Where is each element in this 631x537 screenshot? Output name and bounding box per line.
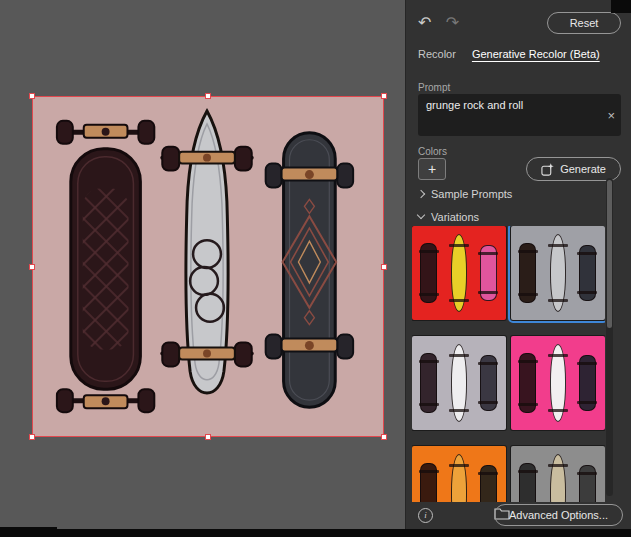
chevron-right-icon [417,190,425,198]
mini-pintail [550,234,567,311]
window-edge [611,0,631,13]
selection-handle[interactable] [205,434,211,440]
selection-handle[interactable] [381,434,387,440]
scrollbar[interactable] [606,178,613,496]
prompt-input[interactable]: grunge rock and roll × [418,94,621,136]
panel-footer: i Advanced Options... [418,504,625,526]
window-edge [0,527,57,537]
selection-handle[interactable] [381,264,387,270]
chevron-down-icon [417,211,425,219]
skateboard-artwork [33,97,383,436]
artboard[interactable] [32,96,384,437]
skateboard-right-graphic [266,133,353,407]
window-edge [0,529,631,537]
panel-header: ↶ ↷ Reset [418,12,621,36]
prompt-text: grunge rock and roll [426,99,523,111]
generate-button[interactable]: Generate [526,157,621,181]
pintail-middle-graphic [160,111,253,393]
selection-handle[interactable] [381,93,387,99]
mini-skateboard [579,465,596,502]
selection-handle[interactable] [205,93,211,99]
mini-pintail [451,344,468,421]
mini-pintail [451,234,468,311]
mini-skateboard [579,245,596,301]
mini-longboard [420,353,437,413]
illustrator-workspace: ↶ ↷ Reset Recolor Generative Recolor (Be… [0,0,631,537]
colors-label: Colors [418,146,447,157]
advanced-options-button[interactable]: Advanced Options... [494,504,623,526]
prompt-label: Prompt [418,82,450,93]
mini-longboard [519,243,536,303]
generate-label: Generate [560,163,606,175]
recolor-panel: ↶ ↷ Reset Recolor Generative Recolor (Be… [405,0,631,537]
variation-thumbnail[interactable] [511,446,605,502]
redo-icon[interactable]: ↷ [446,12,459,34]
tab-recolor[interactable]: Recolor [418,48,456,60]
mini-pintail [550,344,567,421]
variations-toggle[interactable]: Variations [418,211,601,223]
tab-bar: Recolor Generative Recolor (Beta) [418,48,621,60]
mini-skateboard [579,355,596,411]
mini-longboard [420,243,437,303]
mini-longboard [519,463,536,502]
reset-button[interactable]: Reset [547,12,621,34]
tab-generative-recolor[interactable]: Generative Recolor (Beta) [472,48,600,60]
mini-longboard [519,353,536,413]
selection-handle[interactable] [29,434,35,440]
sample-prompts-label: Sample Prompts [431,188,512,200]
variation-thumbnail[interactable] [511,226,605,320]
clear-prompt-icon[interactable]: × [607,109,615,122]
mini-skateboard [480,245,497,301]
variations-label: Variations [431,211,479,223]
selection-handle[interactable] [29,264,35,270]
mini-pintail [550,454,567,502]
sample-prompts-toggle[interactable]: Sample Prompts [418,188,601,200]
variation-thumbnail[interactable] [412,336,506,430]
variations-grid [412,226,605,502]
mini-skateboard [480,355,497,411]
mini-skateboard [480,465,497,502]
variation-thumbnail[interactable] [412,226,506,320]
scrollbar-thumb[interactable] [607,180,612,328]
generative-sparkle-icon [541,163,554,176]
mini-pintail [451,454,468,502]
selection-handle[interactable] [29,93,35,99]
variation-thumbnail[interactable] [412,446,506,502]
longboard-left-graphic [57,121,154,412]
add-color-button[interactable]: + [418,158,446,180]
mini-longboard [420,463,437,502]
undo-icon[interactable]: ↶ [418,12,431,34]
info-icon[interactable]: i [418,508,433,523]
variation-thumbnail[interactable] [511,336,605,430]
